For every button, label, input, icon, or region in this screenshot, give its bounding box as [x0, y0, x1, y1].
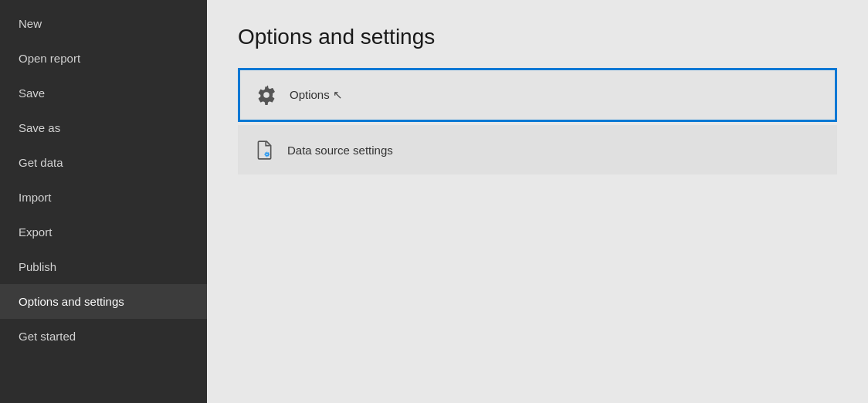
- sidebar-item-label-save: Save: [19, 86, 45, 100]
- sidebar-item-get-started[interactable]: Get started: [0, 319, 207, 354]
- sidebar-item-label-import: Import: [19, 191, 52, 204]
- sidebar-item-export[interactable]: Export: [0, 215, 207, 249]
- sidebar-item-label-get-data: Get data: [19, 156, 63, 169]
- sidebar-item-import[interactable]: Import: [0, 180, 207, 215]
- sidebar-item-label-export: Export: [19, 225, 52, 239]
- options-label: Options ↖: [290, 88, 343, 102]
- sidebar-item-open-report[interactable]: Open report: [0, 41, 207, 76]
- sidebar-item-label-save-as: Save as: [19, 121, 60, 134]
- sidebar-item-new[interactable]: New: [0, 6, 207, 41]
- sidebar-item-label-publish: Publish: [19, 260, 56, 273]
- cursor-indicator: ↖: [333, 88, 343, 102]
- page-title: Options and settings: [238, 25, 837, 49]
- options-list: Options ↖ Data source settings: [238, 68, 837, 174]
- options-item[interactable]: Options ↖: [238, 68, 837, 122]
- data-source-settings-item[interactable]: Data source settings: [238, 125, 837, 174]
- sidebar-item-options-and-settings[interactable]: Options and settings: [0, 284, 207, 319]
- sidebar-item-publish[interactable]: Publish: [0, 249, 207, 284]
- sidebar-item-save-as[interactable]: Save as: [0, 110, 207, 145]
- sidebar-item-label-get-started: Get started: [19, 330, 76, 343]
- main-content: Options and settings Options ↖: [207, 0, 868, 403]
- sidebar-item-get-data[interactable]: Get data: [0, 145, 207, 180]
- sidebar-item-save[interactable]: Save: [0, 76, 207, 110]
- sidebar-item-label-new: New: [19, 17, 42, 30]
- data-source-settings-label: Data source settings: [287, 144, 393, 157]
- data-source-icon: [253, 139, 275, 161]
- gear-icon: [256, 84, 277, 106]
- sidebar-item-label-open-report: Open report: [19, 52, 80, 65]
- sidebar-item-label-options-and-settings: Options and settings: [19, 295, 124, 308]
- sidebar: New Open report Save Save as Get data Im…: [0, 0, 207, 403]
